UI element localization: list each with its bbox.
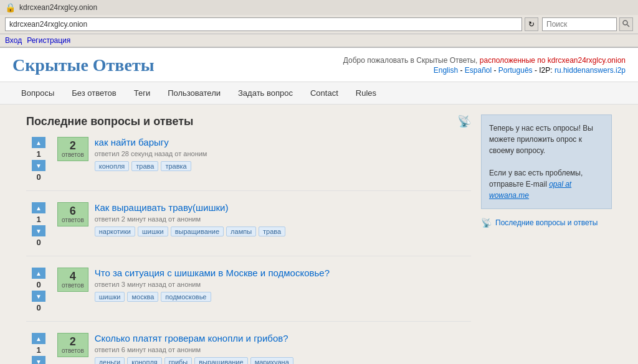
question-meta: ответил 6 минут назад от аноним [95, 346, 471, 353]
sidebar-notice-text: Теперь у нас есть опросы! Вы можете прил… [489, 123, 604, 156]
question-tags: шишкимоскваподмосковье [95, 292, 471, 302]
vote-up-button[interactable]: ▲ [32, 137, 45, 148]
browser-title: kdrcxean24rxglcy.onion [19, 3, 97, 12]
question-title[interactable]: Как выращивать траву(шишки) [95, 202, 471, 213]
tag[interactable]: выращивание [171, 226, 224, 236]
vote-down-count: 0 [36, 238, 40, 247]
sidebar-rss[interactable]: 📡 Последние вопросы и ответы [481, 218, 612, 228]
nav-rules[interactable]: Rules [347, 82, 385, 104]
nav-questions[interactable]: Вопросы [12, 82, 63, 104]
answer-count-box: 4 ответов [57, 268, 88, 292]
tag[interactable]: грибы [164, 357, 192, 364]
lang-i2p[interactable]: ru.hiddenanswers.i2p [555, 66, 626, 75]
vote-down-button[interactable]: ▼ [32, 291, 45, 302]
question-tags: деньгиконоплягрибывыращиваниемарихуана [95, 357, 471, 364]
tag[interactable]: конопля [127, 357, 162, 364]
answer-count-label: ответов [62, 217, 84, 223]
arrow-up-icon: ▲ [36, 335, 42, 342]
bookmark-register[interactable]: Регистрация [27, 36, 70, 45]
tag[interactable]: выращивание [194, 357, 247, 364]
browser-search-input[interactable] [542, 17, 617, 31]
question-tags: наркотикишишкивыращиваниелампытрава [95, 226, 471, 236]
main-container: Последние вопросы и ответы 📡 ▲ 1 ▼ 0 2 о… [14, 105, 624, 364]
content-area: Последние вопросы и ответы 📡 ▲ 1 ▼ 0 2 о… [26, 114, 471, 364]
answer-count-num: 2 [70, 336, 76, 347]
tag[interactable]: марихуана [250, 357, 293, 364]
vote-down-count: 0 [36, 172, 40, 182]
tag[interactable]: лампы [226, 226, 256, 236]
vote-down-button[interactable]: ▼ [32, 356, 45, 364]
tag[interactable]: деньги [95, 357, 125, 364]
nav-users[interactable]: Пользователи [159, 82, 229, 104]
arrow-down-icon: ▼ [36, 228, 42, 235]
lang-english[interactable]: English [434, 66, 458, 75]
nav-contact[interactable]: Contact [302, 82, 347, 104]
browser-search-button[interactable] [619, 17, 633, 31]
question-body: как найти барыгу ответил 28 секунд назад… [95, 137, 471, 171]
arrow-up-icon: ▲ [36, 139, 42, 146]
answer-count-box: 2 ответов [57, 333, 88, 357]
answer-count-label: ответов [62, 347, 84, 354]
site-header: Скрытые Ответы Добро пожаловать в Скрыты… [0, 48, 638, 82]
lang-espanol[interactable]: Español [465, 66, 492, 75]
question-title[interactable]: как найти барыгу [95, 137, 471, 147]
tag[interactable]: трава [131, 161, 158, 171]
question-title[interactable]: Что за ситуация с шишками в Москве и под… [95, 268, 471, 278]
arrow-up-icon: ▲ [36, 270, 42, 277]
tag[interactable]: конопля [95, 161, 130, 171]
tag[interactable]: подмосковье [161, 292, 211, 302]
question-item-1: ▲ 1 ▼ 0 6 ответов Как выращивать траву(ш… [26, 202, 471, 256]
browser-bookmarks: Вход Регистрация [0, 34, 638, 47]
browser-toolbar: ↻ [0, 15, 638, 34]
tag[interactable]: наркотики [95, 226, 135, 236]
arrow-up-icon: ▲ [36, 205, 42, 212]
nav-list: Вопросы Без ответов Теги Пользователи За… [12, 82, 626, 104]
sidebar-email-notice: Если у вас есть проблемы, отправьте E-ma… [489, 167, 604, 201]
sidebar-rss-label: Последние вопросы и ответы [495, 218, 598, 227]
question-title[interactable]: Сколько платят гроверам конопли и грибов… [95, 333, 471, 343]
nav-tags[interactable]: Теги [125, 82, 159, 104]
vote-section: ▲ 0 ▼ 0 [26, 268, 51, 312]
vote-down-button[interactable]: ▼ [32, 160, 45, 171]
answer-count-num: 2 [70, 140, 76, 151]
question-meta: ответил 3 минут назад от аноним [95, 281, 471, 288]
question-item-2: ▲ 0 ▼ 0 4 ответов Что за ситуация с шишк… [26, 268, 471, 322]
vote-section: ▲ 1 ▼ 0 [26, 333, 51, 364]
vote-up-button[interactable]: ▲ [32, 333, 45, 344]
tag[interactable]: шишки [95, 292, 125, 302]
vote-up-count: 1 [36, 149, 40, 159]
rss-icon-main[interactable]: 📡 [457, 114, 471, 128]
nav-unanswered[interactable]: Без ответов [63, 82, 125, 104]
address-bar: ↻ [5, 17, 538, 31]
question-body: Что за ситуация с шишками в Москве и под… [95, 268, 471, 302]
header-welcome: Добро пожаловать в Скрытые Ответы, распо… [343, 56, 626, 65]
answer-count-num: 6 [70, 205, 76, 217]
vote-down-button[interactable]: ▼ [32, 225, 45, 236]
sidebar: Теперь у нас есть опросы! Вы можете прил… [481, 114, 612, 364]
question-tags: коноплятраватравка [95, 161, 471, 171]
answer-count-box: 2 ответов [57, 137, 88, 161]
reload-button[interactable]: ↻ [525, 17, 538, 31]
search-icon [622, 20, 630, 27]
answer-count-label: ответов [62, 282, 84, 289]
svg-line-1 [627, 24, 630, 27]
page-heading: Последние вопросы и ответы 📡 [26, 114, 471, 128]
tag[interactable]: москва [127, 292, 158, 302]
vote-section: ▲ 1 ▼ 0 [26, 202, 51, 247]
arrow-down-icon: ▼ [36, 293, 42, 300]
tag[interactable]: травка [161, 161, 191, 171]
vote-up-button[interactable]: ▲ [32, 202, 45, 213]
arrow-down-icon: ▼ [36, 358, 42, 365]
address-input[interactable] [5, 17, 522, 31]
tag[interactable]: трава [259, 226, 285, 236]
question-item-0: ▲ 1 ▼ 0 2 ответов как найти барыгу ответ… [26, 137, 471, 191]
nav-ask[interactable]: Задать вопрос [229, 82, 302, 104]
vote-up-button[interactable]: ▲ [32, 268, 45, 279]
vote-up-count: 1 [36, 345, 40, 355]
answer-count-box: 6 ответов [57, 202, 88, 226]
bookmark-login[interactable]: Вход [5, 36, 22, 45]
lang-portugues[interactable]: Português [498, 66, 533, 75]
tag[interactable]: шишки [138, 226, 168, 236]
search-bar [542, 17, 633, 31]
site-nav: Вопросы Без ответов Теги Пользователи За… [0, 82, 638, 105]
